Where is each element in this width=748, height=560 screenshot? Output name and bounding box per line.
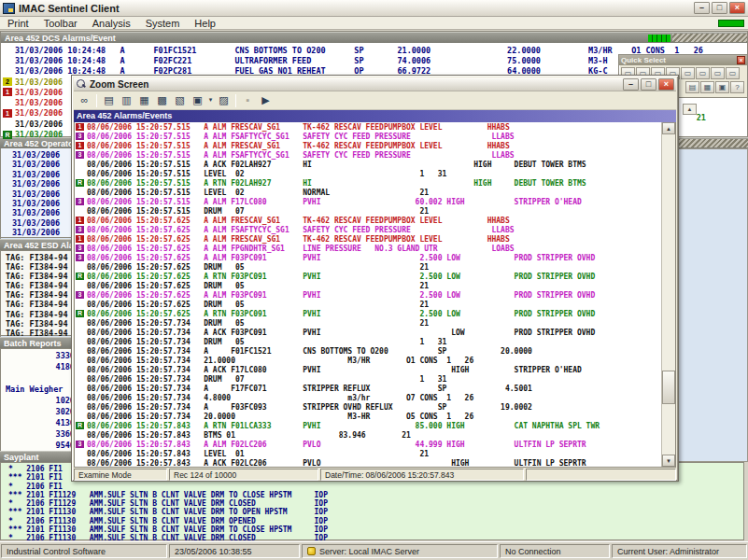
zoom-alarm-row[interactable]: 08/06/2006 15:20:57.843 BTMS 01 83.946 2… bbox=[75, 430, 675, 440]
alarm-text: 31/03/2006 bbox=[15, 77, 63, 87]
sayplant-event-row[interactable]: * 2106 FI1129 AMM.SULF SLTN B CLNT VALVE… bbox=[1, 499, 743, 508]
zoom-close-button[interactable]: × bbox=[658, 78, 674, 91]
zoom-alarm-row[interactable]: 08/06/2006 15:20:57.734 4.8000 m3/hr O7 … bbox=[75, 393, 675, 402]
copy-icon[interactable]: ▥ bbox=[118, 92, 135, 108]
menu-item[interactable]: Print bbox=[0, 17, 36, 30]
zoom-alarm-row[interactable]: 08/06/2006 15:20:57.515 DRUM 07 21 bbox=[75, 206, 675, 216]
zoom-alarm-row[interactable]: 3 08/06/2006 15:20:57.625 A ALM F03PC091… bbox=[75, 253, 675, 262]
menu-item[interactable]: System bbox=[138, 17, 188, 30]
zoom-alarm-row[interactable]: 08/06/2006 15:20:57.734 A F03FC093 STRIP… bbox=[75, 402, 675, 412]
alarm-text: 08/06/2006 15:20:57.843 A RTN F01LCA333 … bbox=[87, 422, 600, 430]
restore-button[interactable]: □ bbox=[712, 2, 727, 14]
tile-windows-icon[interactable]: ▦ bbox=[700, 81, 714, 93]
header-hatch-pattern bbox=[672, 34, 747, 42]
minimize-button[interactable]: – bbox=[694, 2, 710, 14]
zoom-alarm-row[interactable]: 08/06/2006 15:20:57.734 A ACK F03PC091 P… bbox=[75, 328, 675, 337]
scroll-up-icon[interactable]: ▲ bbox=[662, 122, 675, 134]
zoom-alarm-row[interactable]: 08/06/2006 15:20:57.734 20.0000 M3-HR O5… bbox=[75, 412, 675, 421]
zoom-restore-button[interactable]: □ bbox=[641, 78, 656, 91]
preset-5-icon[interactable]: ▭ bbox=[681, 67, 695, 79]
zoom-toolbar: ∞ ▤ ▥ ▦ ▩ ▧ ▣ ▾ ▨ ▪ ▶ bbox=[74, 91, 676, 110]
zoom-alarm-row[interactable]: 08/06/2006 15:20:57.734 DRUM 05 1 31 bbox=[75, 337, 675, 346]
zoom-alarm-row[interactable]: 08/06/2006 15:20:57.843 LEVEL 01 21 bbox=[75, 449, 675, 458]
toolbar-separator bbox=[96, 94, 97, 107]
zoom-alarm-row[interactable]: 08/06/2006 15:20:57.734 DRUM 05 21 bbox=[75, 318, 675, 328]
zoom-alarm-row[interactable]: 3 08/06/2006 15:20:57.843 A ALM F02LC206… bbox=[75, 440, 675, 449]
properties-icon[interactable]: ▧ bbox=[171, 92, 189, 108]
zoom-alarm-row[interactable]: 1 08/06/2006 15:20:57.625 A ALM FRESCAV_… bbox=[75, 216, 675, 225]
sayplant-event-row[interactable]: * 2106 FI1 bbox=[1, 483, 743, 491]
scroll-down-icon[interactable]: ▼ bbox=[662, 455, 675, 467]
window-icon[interactable]: ▣ bbox=[715, 81, 729, 93]
step-forward-icon[interactable]: ▶ bbox=[257, 92, 275, 108]
report-icon[interactable]: ▨ bbox=[215, 92, 233, 108]
alarm-text: 08/06/2006 15:20:57.734 DRUM 07 1 31 bbox=[87, 375, 446, 384]
zoom-alarm-row[interactable]: 3 08/06/2006 15:20:57.625 A ALM FPGNDHTR… bbox=[75, 244, 675, 253]
preset-8-icon[interactable]: ▭ bbox=[726, 67, 740, 79]
quick-select-title-bar[interactable]: Quick Select × bbox=[619, 55, 747, 65]
menu-item[interactable]: Analysis bbox=[85, 17, 138, 30]
zoom-alarm-row[interactable]: 3 08/06/2006 15:20:57.515 A ALM F17LC080… bbox=[75, 197, 675, 206]
alarm-text: 08/06/2006 15:20:57.734 4.8000 m3/hr O7 … bbox=[87, 394, 473, 402]
close-button[interactable]: × bbox=[729, 2, 745, 14]
priority-badge: 3 bbox=[76, 254, 84, 261]
menu-item[interactable]: Toolbar bbox=[36, 17, 85, 30]
zoom-alarm-row[interactable]: 08/06/2006 15:20:57.515 LEVEL 02 1 31 bbox=[75, 169, 675, 178]
zoom-alarm-row[interactable]: 08/06/2006 15:20:57.734 A F01FC1521 CNS … bbox=[75, 346, 675, 356]
zoom-alarm-row[interactable]: 3 08/06/2006 15:20:57.625 A ALM F03PC091… bbox=[75, 290, 675, 300]
zoom-alarm-row[interactable]: 08/06/2006 15:20:57.515 LEVEL 02 NORMAL … bbox=[75, 188, 675, 197]
scroll-up-button[interactable]: ▲ bbox=[683, 104, 697, 115]
zoom-alarm-row[interactable]: 08/06/2006 15:20:57.734 DRUM 07 1 31 bbox=[75, 374, 675, 384]
menu-item[interactable]: Help bbox=[187, 17, 223, 30]
zoom-alarm-row[interactable]: 08/06/2006 15:20:57.625 DRUM 05 21 bbox=[75, 281, 675, 290]
zoom-alarm-row[interactable]: R 08/06/2006 15:20:57.843 A RTN F01LCA33… bbox=[75, 421, 675, 430]
vertical-scrollbar[interactable]: ▲ ▼ bbox=[661, 122, 675, 467]
sayplant-event-row[interactable]: *** 2101 FI1130 AMM.SULF SLTN B CLNT VAL… bbox=[1, 525, 743, 534]
zoom-alarm-row[interactable]: 1 08/06/2006 15:20:57.515 A ALM FRESCAV_… bbox=[75, 122, 675, 132]
zoom-alarm-row[interactable]: 08/06/2006 15:20:57.734 A F17FC071 STRIP… bbox=[75, 384, 675, 393]
zoom-alarm-row[interactable]: R 08/06/2006 15:20:57.515 A RTN F02LAH92… bbox=[75, 178, 675, 188]
scrollbar-thumb[interactable] bbox=[662, 371, 675, 404]
zoom-alarm-row[interactable]: 3 08/06/2006 15:20:57.625 A ALM FSAFTYCY… bbox=[75, 225, 675, 234]
zoom-window-title: Zoom Screen bbox=[90, 79, 621, 90]
zoom-alarm-row[interactable]: 1 08/06/2006 15:20:57.515 A ALM FRESCAV_… bbox=[75, 141, 675, 150]
preset-7-icon[interactable]: ▭ bbox=[711, 67, 725, 79]
zoom-alarm-row[interactable]: 1 08/06/2006 15:20:57.625 A ALM FRESCAV_… bbox=[75, 234, 675, 244]
zoom-alarm-row[interactable]: 08/06/2006 15:20:57.734 A ACK F17LC080 P… bbox=[75, 365, 675, 374]
preset-6-icon[interactable]: ▭ bbox=[696, 67, 710, 79]
alarm-text: 08/06/2006 15:20:57.734 A ACK F03PC091 P… bbox=[87, 329, 595, 337]
export-icon[interactable]: ▩ bbox=[153, 92, 171, 108]
alarm-text: 08/06/2006 15:20:57.843 BTMS 01 83.946 2… bbox=[87, 431, 411, 440]
zoom-alarm-row[interactable]: 3 08/06/2006 15:20:57.515 A ALM FSAFTYCY… bbox=[75, 132, 675, 141]
zoom-alarm-row[interactable]: 08/06/2006 15:20:57.625 DRUM 05 21 bbox=[75, 262, 675, 272]
zoom-alarm-row[interactable]: 3 08/06/2006 15:20:57.515 A ALM FSAFTYCY… bbox=[75, 150, 675, 160]
zoom-minimize-button[interactable]: – bbox=[623, 78, 639, 91]
sayplant-panel-title: Sayplant bbox=[4, 453, 39, 462]
zoom-alarm-row[interactable]: R 08/06/2006 15:20:57.625 A RTN F03PC091… bbox=[75, 272, 675, 281]
zoom-alarm-row[interactable]: 08/06/2006 15:20:57.843 A ACK F02LC206 P… bbox=[75, 458, 675, 468]
priority-badge bbox=[76, 385, 84, 392]
alarm-text: 08/06/2006 15:20:57.734 20.0000 M3-HR O5… bbox=[87, 413, 473, 421]
print-icon[interactable]: ▤ bbox=[100, 92, 118, 108]
title-bar[interactable]: IMAC Sentinel Client – □ × bbox=[0, 0, 748, 17]
zoom-alarm-row[interactable]: 08/06/2006 15:20:57.734 21.0000 M3/HR O1… bbox=[75, 356, 675, 365]
sayplant-event-row[interactable]: * 2106 FI1130 AMM.SULF SLTN B CLNT VALVE… bbox=[1, 517, 743, 525]
zoom-alarm-row[interactable]: 08/06/2006 15:20:57.625 DRUM 05 21 bbox=[75, 300, 675, 309]
sayplant-event-row[interactable]: *** 2101 FI1130 AMM.SULF SLTN B CLNT VAL… bbox=[1, 508, 743, 516]
pause-icon[interactable]: ▪ bbox=[239, 92, 257, 108]
sayplant-event-row[interactable]: *** 2101 FI1129 AMM.SULF SLTN B CLNT VAL… bbox=[1, 491, 743, 499]
folder-open-icon[interactable]: ▣ bbox=[189, 92, 206, 108]
zoom-title-bar[interactable]: Zoom Screen – □ × bbox=[74, 77, 676, 91]
table-icon[interactable]: ▦ bbox=[135, 92, 153, 108]
zoom-alarm-list: ▲ ▼ 1 08/06/2006 15:20:57.515 A ALM FRES… bbox=[74, 122, 676, 468]
help-icon[interactable]: ? bbox=[730, 81, 744, 93]
save-icon[interactable]: ▤ bbox=[685, 81, 699, 93]
close-icon[interactable]: × bbox=[737, 56, 745, 64]
zoom-alarm-row[interactable]: 08/06/2006 15:20:57.515 A ACK F02LAH927 … bbox=[75, 160, 675, 169]
alarm-text: 08/06/2006 15:20:57.625 DRUM 05 21 bbox=[87, 263, 429, 272]
dropdown-caret-icon[interactable]: ▾ bbox=[206, 92, 215, 108]
find-icon[interactable]: ∞ bbox=[76, 92, 93, 108]
alarm-text: 08/06/2006 15:20:57.515 A ALM FRESCAV_SG… bbox=[87, 142, 510, 150]
alarm-text: 08/06/2006 15:20:57.625 A ALM F03PC091 P… bbox=[87, 291, 595, 300]
zoom-alarm-row[interactable]: R 08/06/2006 15:20:57.625 A RTN F03PC091… bbox=[75, 309, 675, 318]
